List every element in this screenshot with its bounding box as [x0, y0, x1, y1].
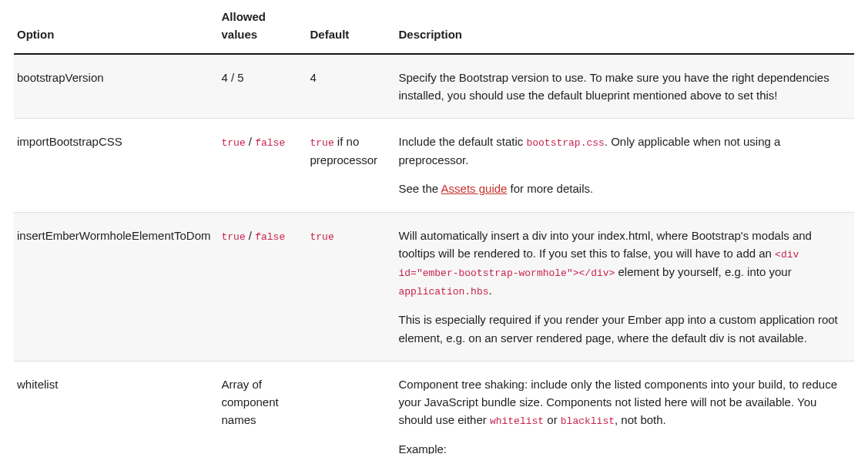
- text: , not both.: [615, 413, 666, 426]
- code-true: true: [221, 137, 245, 149]
- options-table: Option Allowed values Default Descriptio…: [14, 0, 854, 454]
- desc-text: Specify the Bootstrap version to use. To…: [398, 69, 843, 105]
- default-value: true if no preprocessor: [310, 119, 398, 213]
- default-value: 4: [310, 54, 398, 119]
- code-true: true: [310, 137, 333, 149]
- text: element by yourself, e.g. into your: [615, 265, 791, 278]
- header-row: Option Allowed values Default Descriptio…: [14, 0, 854, 54]
- text: Will automatically insert a div into you…: [398, 229, 811, 260]
- description: Specify the Bootstrap version to use. To…: [398, 54, 854, 119]
- code-file: application.hbs: [398, 286, 488, 298]
- desc-text: Include the default static bootstrap.css…: [398, 133, 843, 169]
- default-value: true: [310, 212, 398, 361]
- code-false: false: [255, 231, 285, 243]
- desc-text: Will automatically insert a div into you…: [398, 227, 843, 301]
- option-name: whitelist: [14, 361, 221, 454]
- text: See the: [398, 182, 441, 195]
- desc-text: This is especially required if you rende…: [398, 311, 843, 347]
- sep: /: [246, 135, 256, 148]
- allowed-values: true / false: [221, 119, 310, 213]
- table-row: bootstrapVersion 4 / 5 4 Specify the Boo…: [14, 54, 854, 119]
- description: Component tree shaking: include only the…: [398, 361, 854, 454]
- description: Include the default static bootstrap.css…: [398, 119, 854, 213]
- table-row: insertEmberWormholeElementToDom true / f…: [14, 212, 854, 361]
- header-allowed: Allowed values: [221, 0, 310, 54]
- code-true: true: [310, 231, 333, 243]
- allowed-values: true / false: [221, 212, 310, 361]
- sep: /: [246, 229, 256, 242]
- option-name: bootstrapVersion: [14, 54, 221, 119]
- code-true: true: [221, 231, 245, 243]
- allowed-values: Array of component names: [221, 361, 310, 454]
- header-option: Option: [14, 0, 221, 54]
- description: Will automatically insert a div into you…: [398, 212, 854, 361]
- code-file: bootstrap.css: [526, 137, 604, 149]
- code-whitelist: whitelist: [490, 415, 544, 427]
- text: Include the default static: [398, 135, 526, 148]
- desc-text: Component tree shaking: include only the…: [398, 375, 843, 430]
- code-false: false: [255, 137, 285, 149]
- example-label: Example:: [398, 440, 843, 454]
- option-name: importBootstrapCSS: [14, 119, 221, 213]
- assets-guide-link[interactable]: Assets guide: [441, 182, 508, 195]
- text: for more details.: [507, 182, 593, 195]
- table-row: importBootstrapCSS true / false true if …: [14, 119, 854, 213]
- desc-text: See the Assets guide for more details.: [398, 180, 843, 197]
- default-value: [310, 361, 398, 454]
- table-row: whitelist Array of component names Compo…: [14, 361, 854, 454]
- option-name: insertEmberWormholeElementToDom: [14, 212, 221, 361]
- text: .: [489, 284, 492, 297]
- text: or: [544, 413, 561, 426]
- header-description: Description: [398, 0, 854, 54]
- allowed-values: 4 / 5: [221, 54, 310, 119]
- header-default: Default: [310, 0, 398, 54]
- code-blacklist: blacklist: [561, 415, 615, 427]
